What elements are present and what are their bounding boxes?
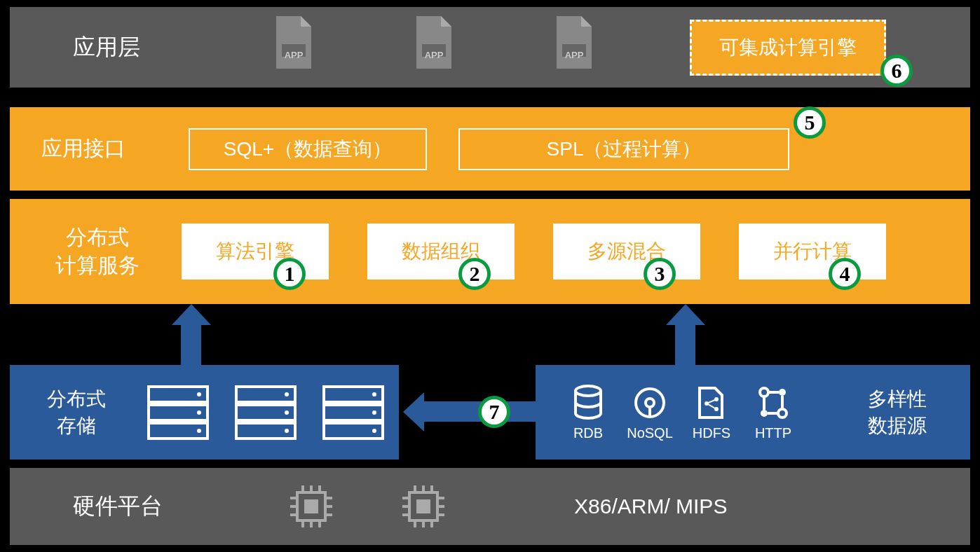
hardware-layer-title: 硬件平台 xyxy=(73,491,213,522)
svg-point-33 xyxy=(778,409,787,418)
svg-point-6 xyxy=(197,392,201,396)
rdb-item: RDB xyxy=(564,384,613,441)
interface-layer-title: 应用接口 xyxy=(41,134,161,163)
svg-rect-39 xyxy=(304,499,318,513)
badge-3: 3 xyxy=(644,258,676,290)
svg-point-30 xyxy=(760,388,768,396)
datasource-icons-row: RDB NoSQL HDFS xyxy=(564,384,798,441)
arrow-up-icon xyxy=(172,304,210,367)
file-network-icon xyxy=(694,384,729,422)
svg-point-20 xyxy=(372,429,376,433)
arrow-up-icon xyxy=(666,304,705,367)
server-icon xyxy=(143,381,213,444)
server-icon xyxy=(318,381,388,444)
server-icons-row xyxy=(143,381,388,444)
compute-layer-title: 分布式 计算服务 xyxy=(38,223,157,280)
badge-5: 5 xyxy=(794,106,826,139)
database-icon xyxy=(571,384,606,422)
badge-4: 4 xyxy=(829,258,861,290)
server-icon xyxy=(231,381,301,444)
app-icon: APP xyxy=(269,13,318,83)
compute-box-dataorg: 数据组织 xyxy=(367,223,515,280)
app-icon: APP xyxy=(409,13,458,83)
datasource-box: RDB NoSQL HDFS xyxy=(536,365,970,460)
svg-point-7 xyxy=(197,410,201,415)
app-icons-row: APP APP APP xyxy=(269,13,599,83)
storage-title: 分布式 存储 xyxy=(31,386,122,439)
integrated-engine-box: 可集成计算引擎 xyxy=(690,20,886,76)
svg-rect-53 xyxy=(416,499,430,513)
svg-point-14 xyxy=(285,429,289,433)
compute-box-algo: 算法引擎 xyxy=(182,223,329,280)
interface-layer: 应用接口 SQL+（数据查询） SPL（过程计算） xyxy=(10,107,970,191)
cpu-icon xyxy=(283,478,339,534)
svg-point-13 xyxy=(285,410,289,415)
app-icon: APP xyxy=(550,13,599,83)
svg-point-31 xyxy=(779,389,786,396)
svg-point-23 xyxy=(646,399,654,407)
sql-box: SQL+（数据查询） xyxy=(189,128,427,170)
badge-7: 7 xyxy=(478,396,510,428)
spl-box: SPL（过程计算） xyxy=(458,128,789,170)
svg-line-29 xyxy=(707,403,716,409)
svg-point-8 xyxy=(197,429,201,433)
badge-1: 1 xyxy=(273,258,306,290)
svg-point-12 xyxy=(285,392,289,396)
application-layer: 应用层 APP APP APP xyxy=(10,7,970,88)
datasource-title: 多样性 数据源 xyxy=(868,386,927,439)
svg-point-21 xyxy=(576,386,601,396)
compute-box-parallel: 并行计算 xyxy=(739,223,886,280)
api-icon xyxy=(756,384,791,422)
distributed-storage-box: 分布式 存储 xyxy=(10,365,399,460)
cpu-icons-row xyxy=(283,478,451,534)
cpu-icon xyxy=(395,478,451,534)
badge-2: 2 xyxy=(458,258,491,290)
svg-point-32 xyxy=(761,410,768,417)
arrow-left-icon xyxy=(403,392,536,431)
compute-service-layer: 分布式 计算服务 算法引擎 数据组织 多源混合 并行计算 xyxy=(10,199,970,304)
hardware-platforms-text: X86/ARM/ MIPS xyxy=(574,495,727,518)
disk-icon xyxy=(632,384,667,422)
svg-point-18 xyxy=(372,392,376,396)
svg-point-19 xyxy=(372,410,376,415)
hardware-layer: 硬件平台 X86/ARM/ MIPS xyxy=(10,468,970,545)
nosql-item: NoSQL xyxy=(625,384,674,441)
hdfs-item: HDFS xyxy=(687,384,736,441)
svg-line-28 xyxy=(707,399,716,403)
badge-6: 6 xyxy=(880,55,913,87)
application-layer-title: 应用层 xyxy=(73,32,213,63)
http-item: HTTP xyxy=(749,384,798,441)
compute-box-multisource: 多源混合 xyxy=(553,223,700,280)
